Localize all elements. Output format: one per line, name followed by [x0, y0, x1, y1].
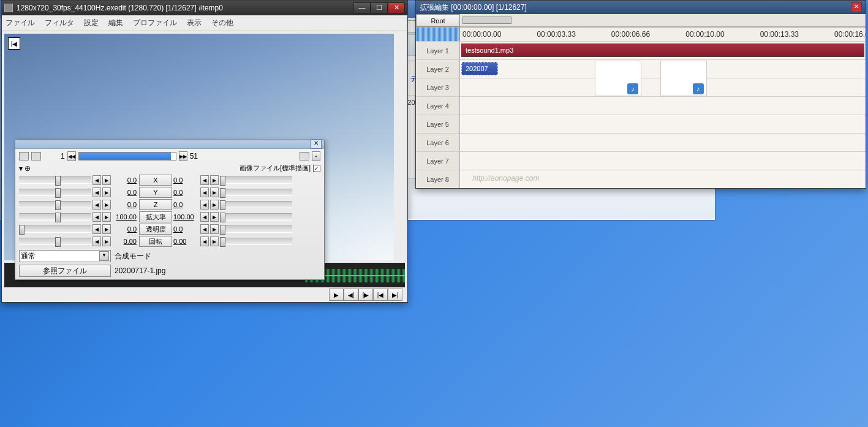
menu-view[interactable]: 表示 — [187, 18, 202, 28]
param-value-right[interactable]: 0.0 — [173, 189, 199, 196]
panel-icon-3[interactable] — [300, 152, 309, 161]
param-dec-button[interactable]: ◀ — [92, 236, 101, 246]
panel-titlebar[interactable]: ✕ — [15, 140, 324, 149]
layer-track[interactable] — [460, 97, 866, 115]
param-dec2-button[interactable]: ◀ — [200, 200, 209, 210]
frame-next-button[interactable]: ▶▶ — [179, 151, 187, 161]
clip-audio[interactable]: testsound1.mp3 — [461, 43, 864, 57]
param-slider-right[interactable] — [220, 225, 292, 233]
menu-settings[interactable]: 設定 — [84, 18, 99, 28]
layer-label[interactable]: Layer 2 — [416, 60, 460, 78]
param-value-right[interactable]: 0.0 — [173, 225, 199, 233]
param-value-right[interactable]: 0.0 — [173, 201, 199, 208]
param-slider-left[interactable] — [19, 189, 91, 196]
close-button[interactable]: ✕ — [388, 2, 405, 13]
param-slider-right[interactable] — [220, 189, 292, 196]
param-dec-button[interactable]: ◀ — [92, 175, 101, 185]
param-inc-button[interactable]: ▶ — [102, 187, 111, 197]
param-slider-right[interactable] — [220, 213, 292, 221]
menu-filter[interactable]: フィルタ — [45, 18, 74, 28]
param-dec2-button[interactable]: ◀ — [200, 236, 209, 246]
chevron-down-icon[interactable]: ▼ — [99, 251, 109, 261]
param-slider-left[interactable] — [19, 238, 91, 245]
param-name-button[interactable]: 拡大率 — [139, 211, 172, 222]
param-inc-button[interactable]: ▶ — [102, 200, 111, 210]
param-dec-button[interactable]: ◀ — [92, 212, 101, 222]
maximize-button[interactable]: ☐ — [371, 2, 388, 13]
param-dec-button[interactable]: ◀ — [92, 187, 101, 197]
panel-header-checkbox[interactable]: ✓ — [313, 165, 320, 172]
anchor-icon[interactable]: ▾ ⊕ — [19, 164, 31, 173]
main-titlebar[interactable]: 1280x720_30fps_44100Hz.exedit (1280,720)… — [2, 1, 407, 15]
layer-label[interactable]: Layer 6 — [416, 134, 460, 151]
param-inc2-button[interactable]: ▶ — [210, 224, 219, 234]
layer-label[interactable]: Layer 4 — [416, 97, 460, 115]
menu-other[interactable]: その他 — [211, 18, 233, 28]
panel-icon-1[interactable] — [19, 152, 29, 161]
param-value-left[interactable]: 0.0 — [112, 189, 138, 196]
param-slider-left[interactable] — [19, 201, 91, 208]
reference-file-button[interactable]: 参照ファイル — [19, 265, 111, 277]
layer-track[interactable] — [460, 115, 866, 133]
param-dec2-button[interactable]: ◀ — [200, 187, 209, 197]
go-start-button[interactable]: |◀ — [373, 289, 388, 301]
param-name-button[interactable]: 透明度 — [139, 224, 172, 235]
param-value-left[interactable]: 0.0 — [112, 176, 138, 184]
root-button[interactable]: Root — [416, 14, 460, 27]
param-dec2-button[interactable]: ◀ — [200, 175, 209, 185]
layer-track[interactable]: testsound1.mp3 — [460, 42, 866, 59]
frame-progress[interactable] — [78, 152, 176, 161]
minimize-button[interactable]: — — [353, 2, 371, 13]
time-ruler[interactable]: 00:00:00.0000:00:03.3300:00:06.6600:00:1… — [460, 28, 866, 41]
param-slider-right[interactable] — [220, 176, 292, 184]
timeline-close-button[interactable]: ✕ — [851, 2, 862, 12]
clip-image[interactable]: 202007 — [461, 62, 498, 75]
param-slider-left[interactable] — [19, 213, 91, 221]
layer-label[interactable]: Layer 1 — [416, 42, 460, 59]
param-value-right[interactable]: 0.0 — [173, 176, 199, 184]
param-value-left[interactable]: 0.00 — [112, 238, 138, 245]
param-inc-button[interactable]: ▶ — [102, 224, 111, 234]
param-name-button[interactable]: X — [139, 175, 172, 186]
menu-edit[interactable]: 編集 — [108, 18, 123, 28]
param-slider-right[interactable] — [220, 201, 292, 208]
param-dec2-button[interactable]: ◀ — [200, 224, 209, 234]
param-name-button[interactable]: Z — [139, 199, 172, 210]
param-dec2-button[interactable]: ◀ — [200, 212, 209, 222]
param-value-right[interactable]: 100.00 — [173, 213, 199, 221]
layer-track[interactable] — [460, 152, 866, 170]
param-name-button[interactable]: 回転 — [139, 236, 172, 247]
param-inc-button[interactable]: ▶ — [102, 236, 111, 246]
param-slider-left[interactable] — [19, 225, 91, 233]
timeline-scrollbar[interactable] — [462, 17, 511, 24]
layer-track[interactable]: http://aonopage.com — [460, 170, 866, 188]
param-value-right[interactable]: 0.00 — [173, 238, 199, 245]
param-slider-right[interactable] — [220, 238, 292, 245]
blend-mode-combo[interactable]: 通常 ▼ — [19, 250, 111, 262]
next-frame-button[interactable]: |▶ — [358, 289, 373, 301]
panel-close-button[interactable]: ✕ — [311, 139, 322, 149]
panel-plus-button[interactable]: + — [312, 151, 320, 161]
param-inc-button[interactable]: ▶ — [102, 175, 111, 185]
layer-label[interactable]: Layer 5 — [416, 115, 460, 133]
prev-frame-button[interactable]: ◀| — [344, 289, 358, 301]
menu-file[interactable]: ファイル — [6, 18, 35, 28]
timeline-titlebar[interactable]: 拡張編集 [00:00:00.00] [1/12627] ✕ — [416, 1, 866, 14]
param-slider-left[interactable] — [19, 176, 91, 184]
param-dec-button[interactable]: ◀ — [92, 224, 101, 234]
play-button[interactable]: ▶ — [329, 289, 344, 301]
menu-profile[interactable]: プロファイル — [133, 18, 177, 28]
param-inc2-button[interactable]: ▶ — [210, 187, 219, 197]
layer-track[interactable] — [460, 134, 866, 151]
layer-label[interactable]: Layer 3 — [416, 78, 460, 96]
frame-prev-button[interactable]: ◀◀ — [67, 151, 76, 161]
param-name-button[interactable]: Y — [139, 187, 172, 198]
param-inc2-button[interactable]: ▶ — [210, 236, 219, 246]
layer-label[interactable]: Layer 8 — [416, 170, 460, 188]
param-inc2-button[interactable]: ▶ — [210, 212, 219, 222]
go-end-button[interactable]: ▶| — [388, 289, 402, 301]
param-value-left[interactable]: 0.0 — [112, 225, 138, 233]
layer-label[interactable]: Layer 7 — [416, 152, 460, 170]
param-inc2-button[interactable]: ▶ — [210, 175, 219, 185]
panel-icon-2[interactable] — [31, 152, 41, 161]
